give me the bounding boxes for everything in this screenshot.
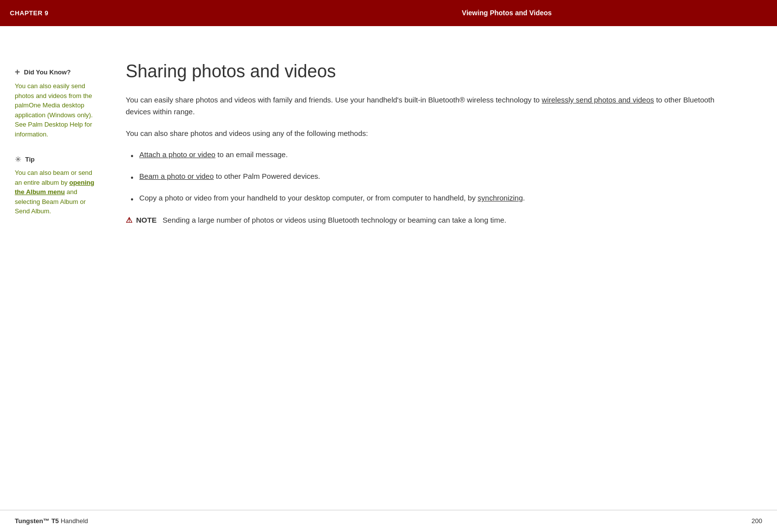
did-you-know-heading-row: + Did You Know? <box>15 66 96 79</box>
bullet-copy-text: Copy a photo or video from your handheld… <box>140 193 525 204</box>
sharing-methods-list: • Attach a photo or video to an email me… <box>131 149 738 205</box>
brand-suffix: Handheld <box>59 517 88 525</box>
tip-heading-row: ✳ Tip <box>15 154 96 166</box>
beam-photo-link[interactable]: Beam a photo or video <box>140 172 214 180</box>
star-icon: ✳ <box>15 154 21 166</box>
tip-text: You can also beam or send an entire albu… <box>15 168 96 216</box>
chapter-label: CHAPTER 9 <box>10 8 247 18</box>
bullet-dot-2: • <box>131 172 134 184</box>
did-you-know-block: + Did You Know? You can also easily send… <box>15 66 96 139</box>
bullet-attach: • Attach a photo or video to an email me… <box>131 149 738 162</box>
bullet-dot-3: • <box>131 194 134 205</box>
sidebar: + Did You Know? You can also easily send… <box>0 26 106 510</box>
plus-icon: + <box>15 66 20 79</box>
wireless-send-link[interactable]: wirelessly send photos and videos <box>542 96 654 104</box>
note-label: NOTE <box>136 216 157 224</box>
content-area: Sharing photos and videos You can easily… <box>106 26 777 510</box>
main-layout: + Did You Know? You can also easily send… <box>0 26 777 510</box>
synchronizing-link[interactable]: synchronizing <box>478 194 523 202</box>
note-icon: ⚠ <box>126 214 132 226</box>
footer-brand: Tungsten™ T5 Handheld <box>15 516 88 526</box>
did-you-know-heading: Did You Know? <box>24 67 71 77</box>
page-footer: Tungsten™ T5 Handheld 200 <box>0 510 777 532</box>
tip-block: ✳ Tip You can also beam or send an entir… <box>15 154 96 216</box>
section-title: Sharing photos and videos <box>126 61 738 82</box>
intro-paragraph: You can easily share photos and videos w… <box>126 94 738 118</box>
page-header: CHAPTER 9 Viewing Photos and Videos <box>0 0 777 26</box>
bullet-attach-text: Attach a photo or video to an email mess… <box>140 149 288 161</box>
page-number: 200 <box>751 516 762 526</box>
bullet-copy: • Copy a photo or video from your handhe… <box>131 193 738 205</box>
did-you-know-text: You can also easily send photos and vide… <box>15 81 96 139</box>
page-title: Viewing Photos and Videos <box>247 8 767 18</box>
methods-intro: You can also share photos and videos usi… <box>126 128 738 139</box>
bullet-dot-1: • <box>131 150 134 162</box>
note-text: Sending a large number of photos or vide… <box>163 216 506 224</box>
tip-heading: Tip <box>25 155 35 165</box>
bullet-beam-text: Beam a photo or video to other Palm Powe… <box>140 171 320 182</box>
attach-photo-link[interactable]: Attach a photo or video <box>140 150 215 159</box>
bullet-beam: • Beam a photo or video to other Palm Po… <box>131 171 738 184</box>
intro-text-1: You can easily share photos and videos w… <box>126 96 542 104</box>
brand-name: Tungsten™ T5 <box>15 517 59 525</box>
note-block: ⚠ NOTE Sending a large number of photos … <box>126 214 738 226</box>
